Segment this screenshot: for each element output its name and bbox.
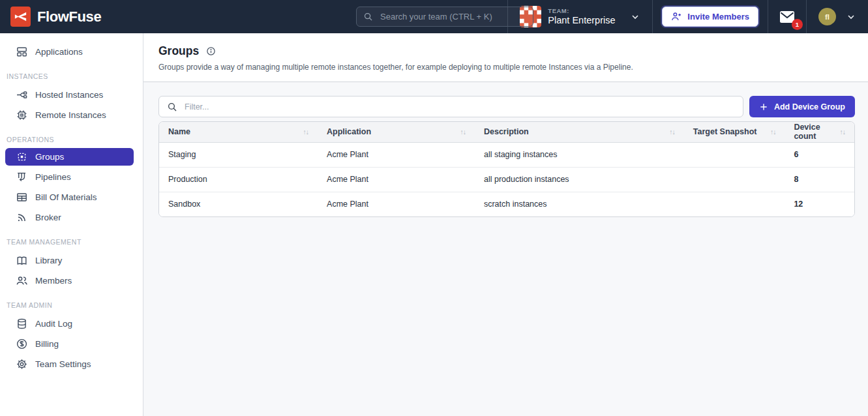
chevron-down-icon <box>630 12 640 22</box>
cell-name: Staging <box>159 142 318 167</box>
sidebar-item-label: Team Settings <box>35 359 91 369</box>
sidebar-item-label: Applications <box>35 47 83 57</box>
cell-target-snapshot <box>684 192 785 216</box>
search-icon <box>363 12 373 22</box>
column-label: Description <box>484 127 529 136</box>
team-search-input[interactable] <box>379 11 526 22</box>
broker-icon <box>16 211 28 224</box>
table-row[interactable]: Staging Acme Plant all staging instances… <box>159 142 854 167</box>
page-header: Groups Groups provide a way of managing … <box>143 33 868 82</box>
sidebar-item-label: Remote Instances <box>35 110 106 120</box>
cell-device-count: 6 <box>785 142 854 167</box>
table-row[interactable]: Production Acme Plant all production ins… <box>159 167 854 192</box>
search-icon <box>167 102 177 112</box>
sort-icon <box>770 128 776 136</box>
flowfuse-logo-icon <box>10 7 31 27</box>
members-icon <box>16 275 28 287</box>
sidebar-item-applications[interactable]: Applications <box>0 42 143 62</box>
sidebar-item-label: Audit Log <box>35 319 72 329</box>
sort-icon <box>460 128 466 136</box>
column-header-target-snapshot[interactable]: Target Snapshot <box>684 122 785 142</box>
invite-members-label: Invite Members <box>687 12 749 22</box>
user-menu[interactable]: fl <box>806 0 868 33</box>
add-device-group-label: Add Device Group <box>774 102 845 111</box>
column-header-device-count[interactable]: Device count <box>785 122 854 142</box>
sidebar-item-hosted-instances[interactable]: Hosted Instances <box>0 85 143 105</box>
applications-icon <box>16 46 28 58</box>
sidebar-item-audit-log[interactable]: Audit Log <box>0 314 143 334</box>
sidebar-item-library[interactable]: Library <box>0 250 143 271</box>
sort-icon <box>669 128 675 136</box>
notifications-section: 1 <box>768 0 806 33</box>
home-link[interactable]: FlowFuse <box>0 0 112 33</box>
table-row[interactable]: Sandbox Acme Plant scratch instances 12 <box>159 192 854 216</box>
invite-section: Invite Members <box>652 0 768 33</box>
team-label: TEAM: <box>548 7 615 15</box>
sort-icon <box>303 128 309 136</box>
team-name: Plant Enterprise <box>548 14 615 26</box>
notification-badge: 1 <box>792 19 803 30</box>
sidebar-item-label: Pipelines <box>35 172 71 182</box>
cell-name: Sandbox <box>159 192 318 216</box>
app-window: FlowFuse TEAM: <box>0 0 868 416</box>
cell-name: Production <box>159 167 318 192</box>
column-header-name[interactable]: Name <box>159 122 318 142</box>
remote-instances-icon <box>16 109 28 121</box>
info-icon <box>206 46 216 56</box>
sidebar-item-members[interactable]: Members <box>0 271 143 291</box>
column-label: Target Snapshot <box>693 127 757 136</box>
billing-icon <box>16 338 28 350</box>
cell-description: scratch instances <box>475 192 684 216</box>
sidebar-item-label: Bill Of Materials <box>35 192 97 202</box>
page-description: Groups provide a way of managing multipl… <box>158 63 855 72</box>
cell-application: Acme Plant <box>318 192 475 216</box>
cell-application: Acme Plant <box>318 142 475 167</box>
cell-target-snapshot <box>684 142 785 167</box>
sidebar-item-remote-instances[interactable]: Remote Instances <box>0 105 143 125</box>
sidebar-item-label: Members <box>35 276 72 286</box>
page-title: Groups <box>158 44 199 58</box>
bill-of-materials-icon <box>16 191 28 203</box>
sidebar-item-team-settings[interactable]: Team Settings <box>0 354 143 374</box>
sidebar-item-label: Library <box>35 256 62 265</box>
sidebar-item-label: Broker <box>35 213 61 222</box>
notifications-button[interactable]: 1 <box>778 9 796 25</box>
cell-target-snapshot <box>684 167 785 192</box>
invite-members-button[interactable]: Invite Members <box>662 7 758 27</box>
plus-icon <box>759 102 768 111</box>
user-plus-icon <box>671 11 682 22</box>
sidebar-item-groups[interactable]: Groups <box>5 148 134 166</box>
sidebar-item-broker[interactable]: Broker <box>0 207 143 228</box>
column-header-description[interactable]: Description <box>475 122 684 142</box>
column-label: Application <box>327 127 371 136</box>
sidebar-item-billing[interactable]: Billing <box>0 334 143 354</box>
groups-table: Name Application Description Target Snap… <box>158 121 855 217</box>
gear-icon <box>16 358 28 370</box>
cell-description: all production instances <box>475 167 684 192</box>
info-button[interactable] <box>206 46 216 56</box>
filter-box[interactable] <box>158 96 743 117</box>
add-device-group-button[interactable]: Add Device Group <box>749 96 855 117</box>
column-label: Device count <box>794 123 835 141</box>
column-label: Name <box>168 127 190 136</box>
hosted-instances-icon <box>16 89 28 101</box>
column-header-application[interactable]: Application <box>318 122 475 142</box>
library-icon <box>16 254 28 267</box>
navbar-right: TEAM: Plant Enterprise Invite Members 1 … <box>507 0 868 33</box>
filter-input[interactable] <box>183 102 735 112</box>
sidebar: Applications INSTANCES Hosted Instances … <box>0 33 143 416</box>
chevron-down-icon <box>846 12 856 22</box>
sidebar-item-label: Hosted Instances <box>35 90 103 100</box>
sort-icon <box>840 128 846 136</box>
team-search[interactable] <box>356 7 533 27</box>
top-navbar: FlowFuse TEAM: <box>0 0 868 33</box>
user-avatar: fl <box>818 8 836 25</box>
pipelines-icon <box>16 171 28 183</box>
sidebar-item-bill-of-materials[interactable]: Bill Of Materials <box>0 187 143 207</box>
sidebar-section-instances: INSTANCES <box>7 72 143 80</box>
table-toolbar: Add Device Group <box>158 96 855 117</box>
sidebar-item-pipelines[interactable]: Pipelines <box>0 167 143 187</box>
main-content: Groups Groups provide a way of managing … <box>143 33 868 416</box>
sidebar-item-label: Groups <box>35 152 64 162</box>
sidebar-section-operations: OPERATIONS <box>7 136 143 143</box>
